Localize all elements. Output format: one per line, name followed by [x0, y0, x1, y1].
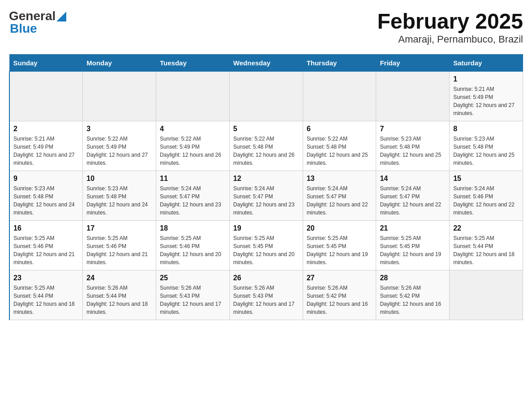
calendar-day-cell: 19Sunrise: 5:25 AM Sunset: 5:45 PM Dayli… [229, 221, 303, 270]
calendar-day-cell: 3Sunrise: 5:22 AM Sunset: 5:49 PM Daylig… [83, 121, 156, 171]
calendar-week-row: 2Sunrise: 5:21 AM Sunset: 5:49 PM Daylig… [9, 121, 523, 171]
day-info: Sunrise: 5:26 AM Sunset: 5:42 PM Dayligh… [307, 284, 373, 316]
day-number: 18 [160, 224, 226, 232]
day-number: 21 [380, 224, 446, 232]
day-number: 27 [307, 274, 373, 282]
calendar-day-cell [156, 72, 230, 121]
day-info: Sunrise: 5:25 AM Sunset: 5:44 PM Dayligh… [453, 234, 519, 266]
calendar-day-cell: 27Sunrise: 5:26 AM Sunset: 5:42 PM Dayli… [303, 270, 376, 320]
title-block: February 2025 Amaraji, Pernambuco, Brazi… [377, 9, 523, 45]
calendar-day-cell: 11Sunrise: 5:24 AM Sunset: 5:47 PM Dayli… [156, 171, 230, 221]
calendar-week-row: 9Sunrise: 5:23 AM Sunset: 5:48 PM Daylig… [9, 171, 523, 221]
day-info: Sunrise: 5:25 AM Sunset: 5:45 PM Dayligh… [380, 234, 446, 266]
calendar-subtitle: Amaraji, Pernambuco, Brazil [377, 34, 523, 45]
day-number: 16 [13, 224, 79, 232]
calendar-day-cell: 10Sunrise: 5:23 AM Sunset: 5:48 PM Dayli… [83, 171, 156, 221]
calendar-day-cell: 8Sunrise: 5:23 AM Sunset: 5:48 PM Daylig… [450, 121, 523, 171]
calendar-day-cell [303, 72, 376, 121]
calendar-day-cell: 6Sunrise: 5:22 AM Sunset: 5:48 PM Daylig… [303, 121, 376, 171]
calendar-day-cell: 23Sunrise: 5:25 AM Sunset: 5:44 PM Dayli… [9, 270, 83, 320]
page-header: General Blue February 2025 Amaraji, Pern… [9, 9, 523, 45]
calendar-day-cell: 25Sunrise: 5:26 AM Sunset: 5:43 PM Dayli… [156, 270, 230, 320]
calendar-day-cell: 9Sunrise: 5:23 AM Sunset: 5:48 PM Daylig… [9, 171, 83, 221]
day-info: Sunrise: 5:22 AM Sunset: 5:49 PM Dayligh… [86, 135, 152, 167]
day-number: 10 [86, 175, 152, 183]
day-info: Sunrise: 5:24 AM Sunset: 5:47 PM Dayligh… [380, 184, 446, 217]
day-of-week-header: Friday [376, 55, 450, 72]
day-of-week-header: Monday [83, 55, 156, 72]
day-number: 26 [233, 274, 299, 282]
day-info: Sunrise: 5:21 AM Sunset: 5:49 PM Dayligh… [453, 85, 519, 117]
day-info: Sunrise: 5:25 AM Sunset: 5:46 PM Dayligh… [86, 234, 152, 266]
day-info: Sunrise: 5:25 AM Sunset: 5:46 PM Dayligh… [160, 234, 226, 266]
logo-triangle-icon [56, 12, 66, 21]
calendar-day-cell: 21Sunrise: 5:25 AM Sunset: 5:45 PM Dayli… [376, 221, 450, 270]
calendar-day-cell [9, 72, 83, 121]
calendar-day-cell: 13Sunrise: 5:24 AM Sunset: 5:47 PM Dayli… [303, 171, 376, 221]
day-number: 28 [380, 274, 446, 282]
logo-blue: Blue [10, 21, 37, 36]
day-info: Sunrise: 5:23 AM Sunset: 5:48 PM Dayligh… [453, 135, 519, 167]
calendar-week-row: 16Sunrise: 5:25 AM Sunset: 5:46 PM Dayli… [9, 221, 523, 270]
day-info: Sunrise: 5:22 AM Sunset: 5:48 PM Dayligh… [307, 135, 373, 167]
day-number: 13 [307, 175, 373, 183]
calendar-day-cell: 22Sunrise: 5:25 AM Sunset: 5:44 PM Dayli… [450, 221, 523, 270]
day-number: 7 [380, 125, 446, 133]
calendar-header-row: SundayMondayTuesdayWednesdayThursdayFrid… [9, 55, 523, 72]
day-number: 4 [160, 125, 226, 133]
day-number: 24 [86, 274, 152, 282]
day-of-week-header: Saturday [450, 55, 523, 72]
calendar-day-cell: 1Sunrise: 5:21 AM Sunset: 5:49 PM Daylig… [450, 72, 523, 121]
day-info: Sunrise: 5:26 AM Sunset: 5:44 PM Dayligh… [86, 284, 152, 316]
day-number: 25 [160, 274, 226, 282]
day-number: 11 [160, 175, 226, 183]
calendar-day-cell [376, 72, 450, 121]
calendar-day-cell: 2Sunrise: 5:21 AM Sunset: 5:49 PM Daylig… [9, 121, 83, 171]
day-info: Sunrise: 5:25 AM Sunset: 5:46 PM Dayligh… [13, 234, 79, 266]
day-number: 5 [233, 125, 299, 133]
day-info: Sunrise: 5:25 AM Sunset: 5:45 PM Dayligh… [233, 234, 299, 266]
calendar-day-cell: 15Sunrise: 5:24 AM Sunset: 5:46 PM Dayli… [450, 171, 523, 221]
day-info: Sunrise: 5:24 AM Sunset: 5:47 PM Dayligh… [160, 184, 226, 217]
day-number: 8 [453, 125, 519, 133]
calendar-day-cell: 17Sunrise: 5:25 AM Sunset: 5:46 PM Dayli… [83, 221, 156, 270]
day-of-week-header: Tuesday [156, 55, 230, 72]
calendar-day-cell: 5Sunrise: 5:22 AM Sunset: 5:48 PM Daylig… [229, 121, 303, 171]
calendar-day-cell [229, 72, 303, 121]
day-number: 22 [453, 224, 519, 232]
day-info: Sunrise: 5:23 AM Sunset: 5:48 PM Dayligh… [380, 135, 446, 167]
calendar-week-row: 23Sunrise: 5:25 AM Sunset: 5:44 PM Dayli… [9, 270, 523, 320]
day-number: 6 [307, 125, 373, 133]
calendar-day-cell: 16Sunrise: 5:25 AM Sunset: 5:46 PM Dayli… [9, 221, 83, 270]
calendar-table: SundayMondayTuesdayWednesdayThursdayFrid… [9, 54, 523, 320]
day-number: 17 [86, 224, 152, 232]
day-info: Sunrise: 5:21 AM Sunset: 5:49 PM Dayligh… [13, 135, 79, 167]
calendar-day-cell [450, 270, 523, 320]
calendar-day-cell: 20Sunrise: 5:25 AM Sunset: 5:45 PM Dayli… [303, 221, 376, 270]
calendar-week-row: 1Sunrise: 5:21 AM Sunset: 5:49 PM Daylig… [9, 72, 523, 121]
day-info: Sunrise: 5:25 AM Sunset: 5:44 PM Dayligh… [13, 284, 79, 316]
calendar-day-cell: 14Sunrise: 5:24 AM Sunset: 5:47 PM Dayli… [376, 171, 450, 221]
day-info: Sunrise: 5:22 AM Sunset: 5:49 PM Dayligh… [160, 135, 226, 167]
day-number: 1 [453, 75, 519, 83]
calendar-day-cell [83, 72, 156, 121]
day-number: 2 [13, 125, 79, 133]
day-info: Sunrise: 5:26 AM Sunset: 5:42 PM Dayligh… [380, 284, 446, 316]
day-info: Sunrise: 5:26 AM Sunset: 5:43 PM Dayligh… [233, 284, 299, 316]
day-info: Sunrise: 5:24 AM Sunset: 5:47 PM Dayligh… [233, 184, 299, 217]
calendar-day-cell: 7Sunrise: 5:23 AM Sunset: 5:48 PM Daylig… [376, 121, 450, 171]
day-number: 3 [86, 125, 152, 133]
day-info: Sunrise: 5:24 AM Sunset: 5:46 PM Dayligh… [453, 184, 519, 217]
day-number: 15 [453, 175, 519, 183]
day-of-week-header: Sunday [9, 55, 83, 72]
calendar-title: February 2025 [377, 9, 523, 34]
svg-marker-0 [56, 12, 66, 21]
day-info: Sunrise: 5:25 AM Sunset: 5:45 PM Dayligh… [307, 234, 373, 266]
day-info: Sunrise: 5:23 AM Sunset: 5:48 PM Dayligh… [13, 184, 79, 217]
calendar-day-cell: 4Sunrise: 5:22 AM Sunset: 5:49 PM Daylig… [156, 121, 230, 171]
calendar-day-cell: 24Sunrise: 5:26 AM Sunset: 5:44 PM Dayli… [83, 270, 156, 320]
day-info: Sunrise: 5:26 AM Sunset: 5:43 PM Dayligh… [160, 284, 226, 316]
day-number: 20 [307, 224, 373, 232]
logo: General Blue [9, 9, 66, 36]
day-info: Sunrise: 5:23 AM Sunset: 5:48 PM Dayligh… [86, 184, 152, 217]
